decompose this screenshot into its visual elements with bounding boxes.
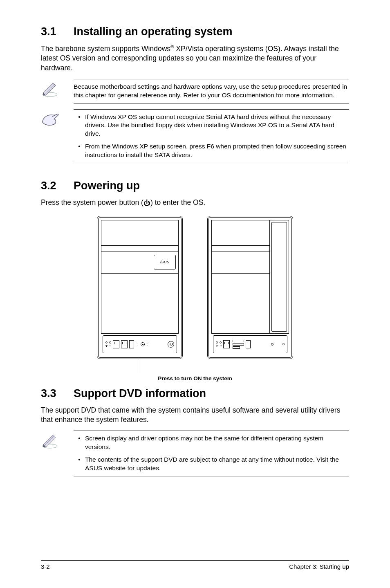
page-number: 3-2 [41, 563, 50, 570]
usb-port-icon [113, 340, 119, 348]
ieee1394-port-icon [129, 340, 134, 348]
section-title: Powering up [74, 180, 140, 192]
front-io-panel: ⏻ ⛁ [213, 335, 287, 353]
note-block-settings: Because motherboard settings and hardwar… [41, 79, 349, 103]
pencil-icon [41, 431, 74, 476]
ieee1394-port-icon [246, 340, 251, 348]
text: Press the system power button ( [41, 198, 143, 206]
text: If Windows XP OS setup cannot recognize … [85, 113, 349, 139]
text: Screen display and driver options may no… [85, 434, 349, 451]
list-item: • Screen display and driver options may … [74, 434, 349, 451]
paragraph-power-button: Press the system power button (⏻) to ent… [41, 198, 349, 208]
power-icon: ⏻ [143, 200, 150, 207]
list-item: • From the Windows XP setup screen, pres… [74, 142, 349, 159]
page-footer: 3-2 Chapter 3: Starting up [41, 560, 349, 570]
usb-port-icon [223, 340, 230, 348]
section-heading-3-1: 3.1Installing an operating system [41, 25, 349, 38]
figure-towers: /SUS ⏻ ⛁ ⋮ ⋮ ⏻ [41, 216, 349, 373]
card-reader-icon [233, 340, 244, 349]
dot-separator-icon: ⋮ [146, 343, 150, 346]
front-cover [101, 274, 178, 333]
hdd-led: ⛁ [109, 341, 111, 347]
text: The barebone system supports Windows [41, 45, 170, 53]
dot-separator-icon: ⋮ [136, 343, 139, 346]
section-number: 3.1 [41, 25, 74, 38]
section-number: 3.3 [41, 387, 74, 400]
audio-jack-icon [141, 342, 145, 346]
section-number: 3.2 [41, 180, 74, 192]
figure-caption: Press to turn ON the system [41, 375, 349, 382]
section-title: Installing an operating system [74, 25, 233, 38]
reset-button-icon [271, 343, 273, 346]
bullet-icon: • [74, 142, 85, 159]
text: Because motherboard settings and hardwar… [74, 83, 347, 99]
usb-port-icon [121, 340, 128, 348]
list-item: • If Windows XP OS setup cannot recogniz… [74, 113, 349, 139]
paragraph-os-support: The barebone system supports Windows® XP… [41, 44, 349, 73]
note-block-dvd: • Screen display and driver options may … [41, 431, 349, 476]
drive-bay [212, 251, 269, 274]
tower-front-open: ⏻ ⛁ [207, 216, 293, 373]
section-heading-3-3: 3.3Support DVD information [41, 387, 349, 400]
bullet-icon: • [74, 456, 85, 473]
front-io-panel: ⏻ ⛁ ⋮ ⋮ ⏻ [103, 335, 177, 353]
pencil-icon [41, 79, 74, 103]
section-title: Support DVD information [74, 387, 206, 399]
chapter-title: Chapter 3: Starting up [289, 563, 349, 570]
text: From the Windows XP setup screen, press … [85, 142, 349, 159]
power-button-icon: ⏻ [168, 341, 174, 348]
hdd-led: ⛁ [220, 341, 222, 347]
front-cover [212, 274, 269, 333]
drive-bay [212, 246, 269, 251]
note-text: • If Windows XP OS setup cannot recogniz… [74, 109, 349, 164]
text: The contents of the support DVD are subj… [85, 456, 349, 473]
leader-line [140, 359, 140, 373]
drive-bay [212, 220, 269, 246]
open-door [270, 220, 289, 333]
logo-bay: /SUS [101, 251, 178, 274]
indicator-dot-icon [282, 343, 285, 345]
hand-icon [41, 109, 74, 164]
drive-bay [101, 220, 178, 246]
drive-bay [101, 246, 178, 251]
note-text: • Screen display and driver options may … [74, 431, 349, 476]
text: ) to enter the OS. [150, 198, 205, 206]
note-text: Because motherboard settings and hardwar… [74, 79, 349, 103]
bullet-icon: • [74, 113, 85, 139]
asus-logo: /SUS [154, 255, 176, 269]
tower-front-closed: /SUS ⏻ ⛁ ⋮ ⋮ ⏻ [97, 216, 183, 373]
note-block-xp-sata: • If Windows XP OS setup cannot recogniz… [41, 109, 349, 164]
power-led: ⏻ [216, 341, 218, 347]
paragraph-support-dvd: The support DVD that came with the syste… [41, 406, 349, 425]
power-led: ⏻ [105, 341, 108, 347]
bullet-icon: • [74, 434, 85, 451]
section-heading-3-2: 3.2Powering up [41, 180, 349, 192]
list-item: • The contents of the support DVD are su… [74, 456, 349, 473]
